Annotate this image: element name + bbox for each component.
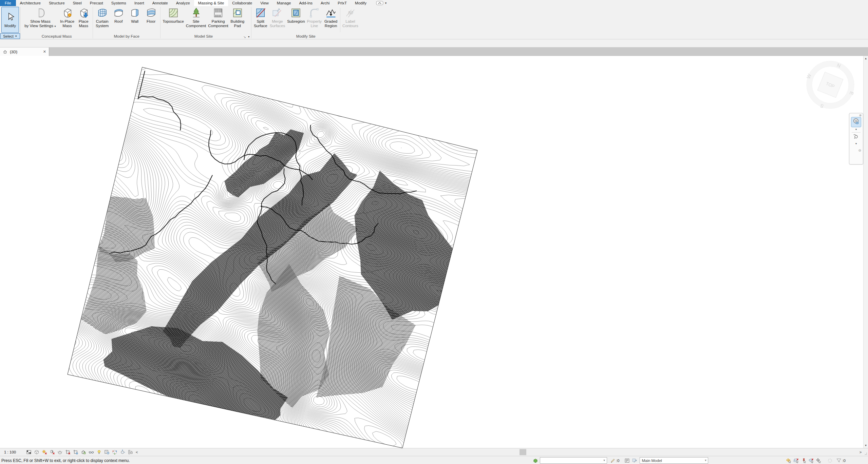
zoom-menu-caret[interactable]: ▼ (855, 142, 857, 145)
highlight-displacement-sets-icon[interactable] (118, 449, 126, 455)
scroll-down-icon[interactable]: ▼ (865, 443, 867, 448)
view-tab-3d[interactable]: {3D} ✕ (0, 47, 49, 56)
select-links-icon[interactable] (786, 458, 792, 463)
viewcube[interactable]: N E S W TOP (805, 60, 856, 111)
active-workset-dropdown[interactable]: ▼ (540, 457, 607, 464)
label-contours-icon: 50 (344, 7, 356, 19)
scroll-left-icon[interactable]: < (134, 450, 139, 454)
ribbon-tab-architecture[interactable]: Architecture (16, 0, 45, 6)
vertical-scrollbar[interactable]: ▲ ▼ (863, 56, 868, 448)
drag-elements-on-selection-icon[interactable] (815, 458, 822, 463)
temporary-hide-isolate-icon[interactable] (87, 449, 95, 455)
steering-wheel-button[interactable] (851, 117, 861, 127)
ribbon-tab-prlxt[interactable]: PrlxT (334, 0, 351, 6)
horizontal-scrollbar-thumb[interactable] (520, 449, 526, 455)
button-label: Wall (131, 19, 138, 24)
subregion-button[interactable]: Subregion (286, 6, 306, 34)
reveal-constraints-icon[interactable] (126, 449, 134, 455)
ribbon-tab-insert[interactable]: Insert (130, 0, 148, 6)
place-mass-button[interactable]: PlaceMass (75, 6, 92, 34)
ribbon-tab-analyze[interactable]: Analyze (172, 0, 194, 6)
temporary-view-properties-icon[interactable] (103, 449, 111, 455)
rendering-dialog-icon[interactable] (56, 449, 64, 455)
view-scale-button[interactable]: 1 : 100 (4, 450, 16, 454)
graded-region-button[interactable]: GradedRegion (323, 6, 339, 34)
show-analytical-model-icon[interactable] (111, 449, 118, 455)
reveal-hidden-elements-icon[interactable] (95, 449, 103, 455)
property-line-button: PropertyLine (306, 6, 323, 34)
shadows-icon[interactable] (48, 449, 56, 455)
scroll-right-icon[interactable]: > (858, 450, 863, 454)
ribbon-tab-structure[interactable]: Structure (45, 0, 69, 6)
button-label: Toposurface (163, 19, 184, 24)
locked-3d-view-icon[interactable] (79, 449, 87, 455)
ribbon-tab-manage[interactable]: Manage (273, 0, 295, 6)
ribbon-tab-add-ins[interactable]: Add-Ins (295, 0, 317, 6)
modify-button[interactable]: Modify (1, 7, 19, 33)
status-bar: Press ESC, F8 or Shift+W to exit, or rig… (0, 456, 868, 464)
ribbon-tab-massing-site[interactable]: Massing & Site (194, 0, 228, 6)
wall-button[interactable]: Wall (127, 6, 143, 34)
ribbon-tab-modify[interactable]: Modify (351, 0, 371, 6)
ribbon-tab-precast[interactable]: Precast (86, 0, 107, 6)
parking-component-button[interactable]: ParkingComponent (207, 6, 229, 34)
horizontal-scrollbar[interactable] (139, 448, 858, 456)
curtain-system-button[interactable]: CurtainSystem (94, 6, 110, 34)
crop-view-icon[interactable] (64, 449, 72, 455)
ribbon-tab-systems[interactable]: Systems (107, 0, 130, 6)
panel-expander-icon[interactable]: ▼ (247, 6, 251, 39)
navigation-bar: ⊗ ▼ ▼ ⊖ (849, 113, 863, 165)
toposurface-button[interactable]: Toposurface (162, 6, 185, 34)
chevron-down-icon: ▼ (602, 459, 607, 462)
dialog-launcher-icon[interactable]: ↘ (243, 36, 246, 39)
in-place-mass-button[interactable]: In-PlaceMass (59, 6, 75, 34)
pan-tool-icon[interactable]: ⊖ (858, 149, 861, 152)
design-options-dialog-icon[interactable] (624, 458, 630, 463)
ribbon-tab-annotate[interactable]: Annotate (148, 0, 172, 6)
detail-level-icon[interactable] (25, 449, 33, 455)
drawing-area[interactable]: N E S W TOP ⊗ ▼ ▼ ⊖ ▲ ▼ (0, 56, 868, 448)
status-message: Press ESC, F8 or Shift+W to exit, or rig… (0, 458, 130, 463)
ribbon-tab-steel[interactable]: Steel (69, 0, 86, 6)
select-underlay-elements-icon[interactable] (793, 458, 799, 463)
roof-button[interactable]: Roof (110, 6, 127, 34)
select-dropdown[interactable]: Select ▼ (0, 33, 20, 39)
wall-icon (129, 7, 140, 19)
split-surface-button[interactable]: SplitSurface (252, 6, 269, 34)
ribbon-tab-file[interactable]: File (0, 0, 16, 6)
close-view-icon[interactable]: ✕ (43, 50, 46, 54)
button-label: PropertyLine (307, 19, 322, 28)
building-pad-button[interactable]: BuildingPad (229, 6, 246, 34)
floor-button[interactable]: Floor (143, 6, 159, 34)
zoom-tool-button[interactable] (852, 133, 860, 141)
filter-icon[interactable] (836, 458, 842, 463)
steering-wheel-menu-caret[interactable]: ▼ (855, 128, 857, 131)
select-pinned-elements-icon[interactable] (800, 458, 807, 463)
ribbon-tab-collaborate[interactable]: Collaborate (228, 0, 256, 6)
sun-path-icon[interactable] (40, 449, 48, 455)
worksets-icon[interactable] (532, 458, 539, 463)
site-component-button[interactable]: SiteComponent (185, 6, 207, 34)
progress-indicator-icon (827, 458, 833, 463)
visual-style-icon[interactable] (33, 449, 40, 455)
active-design-option-dropdown[interactable]: Main Model ▼ (640, 457, 708, 464)
ribbon-display-toggle[interactable]: ▼ (376, 0, 387, 6)
place-mass-icon (78, 7, 89, 19)
design-options-pick-icon[interactable] (631, 458, 638, 463)
editing-requests-icon[interactable] (610, 458, 616, 463)
graded-region-icon (325, 7, 337, 19)
show-crop-region-icon[interactable] (72, 449, 79, 455)
navigation-bar-close-icon[interactable]: ⊗ (859, 114, 862, 117)
select-elements-by-face-icon[interactable] (808, 458, 814, 463)
show-mass-by-view-settings-button[interactable]: Show Massby View Settings▼ (22, 6, 59, 34)
button-label: Floor (147, 19, 155, 24)
scroll-up-icon[interactable]: ▲ (865, 56, 867, 61)
ribbon-tab-archi[interactable]: Archi (317, 0, 334, 6)
subregion-icon (290, 7, 302, 19)
button-label: SplitSurface (254, 19, 267, 28)
panel-label: Model Site↘ (161, 34, 246, 39)
options-bar (0, 39, 868, 47)
bottom-bar: 1 : 100 < > (0, 448, 868, 456)
ribbon-tab-view[interactable]: View (256, 0, 273, 6)
button-label: Show Massby View Settings▼ (24, 19, 56, 28)
